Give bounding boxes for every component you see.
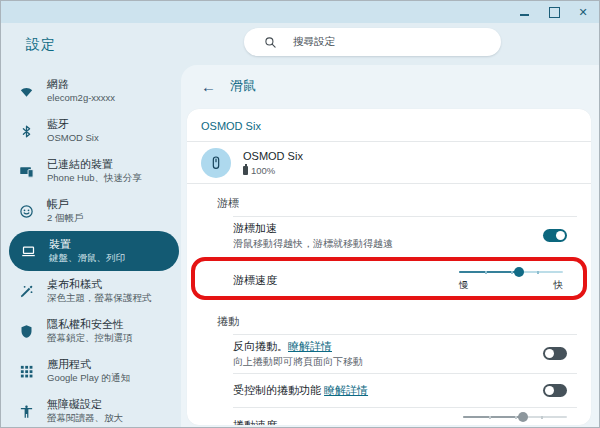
accessibility-icon — [19, 404, 34, 419]
sidebar-item-label: 應用程式 — [47, 358, 130, 370]
sidebar-item-sublabel: 螢幕閱讀器、放大 — [47, 412, 123, 424]
reverse-scrolling-row: 反向捲動。瞭解詳情 向上捲動即可將頁面向下移動 — [187, 334, 591, 373]
slider-tick — [485, 271, 487, 274]
sidebar-item-connected-devices[interactable]: 已連結的裝置Phone Hub、快速分享 — [1, 151, 181, 191]
main-panel: ← 滑鼠 OSMOD Six OSMOD Six 100% — [181, 65, 599, 428]
section-label-cursor: 游標 — [187, 184, 591, 216]
mouse-avatar — [201, 148, 231, 178]
sidebar-item-sublabel: Google Play 的通知 — [47, 372, 130, 384]
slider-track — [463, 412, 567, 422]
page-title: 設定 — [26, 36, 56, 54]
controlled-scrolling-label: 受控制的捲動功能 — [233, 384, 321, 396]
toggle-knob — [545, 386, 554, 395]
breadcrumb: ← 滑鼠 — [181, 65, 599, 105]
sidebar-item-accounts[interactable]: 帳戶2 個帳戶 — [1, 191, 181, 231]
phone-laptop-icon — [19, 164, 34, 179]
brush-icon — [19, 284, 34, 299]
bluetooth-icon — [19, 124, 34, 139]
controlled-scrolling-row: 受控制的捲動功能 瞭解詳情 — [187, 373, 591, 407]
cursor-acceleration-description: 滑鼠移動得越快，游標就移動得越遠 — [233, 237, 543, 250]
sidebar-item-sublabel: elecom2g-xxxxx — [47, 92, 115, 104]
controlled-scrolling-toggle[interactable] — [543, 384, 567, 397]
close-icon[interactable]: ✕ — [577, 6, 589, 18]
sidebar-item-label: 隱私權和安全性 — [47, 318, 133, 330]
account-icon — [19, 204, 34, 219]
sidebar-item-label: 無障礙設定 — [47, 398, 123, 410]
cursor-speed-label: 游標速度 — [233, 273, 459, 287]
scroll-speed-slider: 慢 快 — [463, 412, 567, 425]
cursor-acceleration-row: 游標加速 滑鼠移動得越快，游標就移動得越遠 — [187, 216, 591, 255]
sidebar-item-apps[interactable]: 應用程式Google Play 的通知 — [1, 351, 181, 391]
shield-icon — [19, 324, 34, 339]
slider-thumb — [518, 412, 528, 422]
sidebar-item-wallpaper-style[interactable]: 桌布和樣式深色主題，螢幕保護程式 — [1, 271, 181, 311]
sidebar-item-sublabel: OSMOD Six — [47, 132, 99, 144]
mouse-icon — [208, 155, 224, 171]
settings-app: 設定 搜尋設定 網路elecom2g-xxxxx 藍牙OSMOD Six 已連結… — [1, 23, 599, 428]
sidebar-item-sublabel: 鍵盤、滑鼠、列印 — [49, 252, 125, 264]
slider-fast-label: 快 — [558, 424, 568, 425]
slider-tick — [541, 416, 543, 419]
settings-window: ✕ 設定 搜尋設定 網路elecom2g-xxxxx 藍牙OSMOD Six — [0, 0, 600, 428]
sidebar-item-label: 帳戶 — [47, 198, 83, 210]
sidebar: 網路elecom2g-xxxxx 藍牙OSMOD Six 已連結的裝置Phone… — [1, 71, 181, 428]
minimize-icon[interactable] — [519, 6, 531, 18]
battery-percent: 100% — [251, 165, 275, 176]
sidebar-item-sublabel: 2 個帳戶 — [47, 212, 83, 224]
reverse-scrolling-toggle[interactable] — [543, 347, 567, 360]
card-header: OSMOD Six — [187, 109, 591, 142]
sidebar-item-sublabel: 螢幕鎖定、控制選項 — [47, 332, 133, 344]
sidebar-item-bluetooth[interactable]: 藍牙OSMOD Six — [1, 111, 181, 151]
page-heading: 滑鼠 — [230, 77, 256, 95]
reverse-scrolling-learn-more-link[interactable]: 瞭解詳情 — [288, 340, 332, 352]
reverse-scrolling-description: 向上捲動即可將頁面向下移動 — [233, 355, 543, 368]
search-placeholder: 搜尋設定 — [293, 35, 335, 49]
cursor-acceleration-label: 游標加速 — [233, 221, 543, 235]
controlled-scrolling-learn-more-link[interactable]: 瞭解詳情 — [324, 384, 368, 396]
toggle-knob — [556, 231, 565, 240]
device-name: OSMOD Six — [243, 150, 303, 163]
reverse-scrolling-label: 反向捲動。 — [233, 340, 288, 352]
window-titlebar[interactable]: ✕ — [1, 1, 599, 23]
battery-icon — [243, 166, 248, 175]
wifi-icon — [19, 84, 34, 99]
slider-track[interactable] — [459, 267, 563, 277]
laptop-icon — [21, 244, 36, 259]
sidebar-item-label: 桌布和樣式 — [47, 278, 152, 290]
search-icon — [264, 36, 277, 49]
scroll-speed-row: 捲動速度 慢 快 — [187, 407, 591, 425]
sidebar-item-accessibility[interactable]: 無障礙設定螢幕閱讀器、放大 — [1, 391, 181, 428]
device-row[interactable]: OSMOD Six 100% — [187, 142, 591, 184]
mouse-settings-card: OSMOD Six OSMOD Six 100% 游標 — [187, 109, 591, 425]
sidebar-item-label: 藍牙 — [47, 118, 99, 130]
sidebar-item-sublabel: 深色主題，螢幕保護程式 — [47, 292, 152, 304]
sidebar-item-label: 已連結的裝置 — [47, 158, 142, 170]
cursor-acceleration-toggle[interactable] — [543, 229, 567, 242]
toggle-knob — [545, 349, 554, 358]
sidebar-item-sublabel: Phone Hub、快速分享 — [47, 172, 142, 184]
sidebar-item-label: 裝置 — [49, 238, 125, 250]
apps-grid-icon — [19, 364, 34, 379]
sidebar-item-device[interactable]: 裝置鍵盤、滑鼠、列印 — [9, 231, 179, 271]
slider-slow-label: 慢 — [459, 279, 469, 292]
slider-tick — [489, 416, 491, 419]
search-input[interactable]: 搜尋設定 — [244, 28, 501, 56]
slider-tick — [537, 271, 539, 274]
section-label-scrolling: 捲動 — [187, 302, 591, 334]
sidebar-item-privacy-security[interactable]: 隱私權和安全性螢幕鎖定、控制選項 — [1, 311, 181, 351]
slider-slow-label: 慢 — [463, 424, 473, 425]
slider-fast-label: 快 — [554, 279, 564, 292]
maximize-icon[interactable] — [548, 6, 560, 18]
cursor-speed-slider[interactable]: 慢 快 — [459, 267, 563, 292]
sidebar-item-network[interactable]: 網路elecom2g-xxxxx — [1, 71, 181, 111]
back-icon[interactable]: ← — [201, 79, 216, 94]
slider-thumb[interactable] — [514, 267, 524, 277]
cursor-speed-row-highlighted: 游標速度 慢 快 — [191, 257, 587, 300]
scroll-speed-label: 捲動速度 — [233, 418, 463, 426]
slider-tick — [511, 271, 513, 274]
slider-tick — [515, 416, 517, 419]
sidebar-item-label: 網路 — [47, 78, 115, 90]
